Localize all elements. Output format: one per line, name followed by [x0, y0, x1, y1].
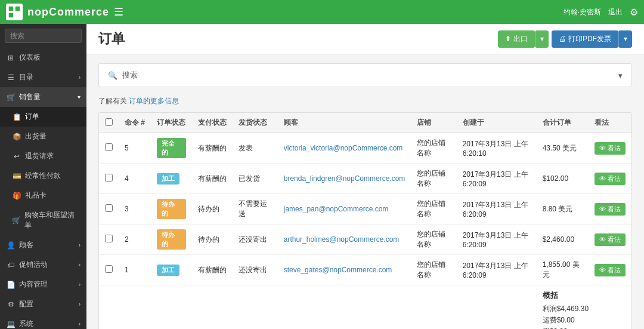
sidebar: ⊞ 仪表板 ☰ 目录 › 🛒 销售量 ▾ 📋 订单 📦 出货量 ↩ 退货请求 💳…: [0, 24, 86, 329]
row-order-num: 1: [119, 255, 151, 285]
header-buttons: ⬆ 出口 ▾ 🖨 打印PDF发票 ▾: [498, 30, 632, 48]
sidebar-search-input[interactable]: [5, 29, 82, 43]
view-button[interactable]: 👁看法: [595, 264, 626, 276]
row-view: 👁看法: [589, 133, 631, 164]
header-customer: 顾客: [278, 113, 411, 133]
sidebar-item-wishlist[interactable]: 🛒 购物车和愿望清单: [0, 205, 86, 235]
chevron-right-icon: ›: [79, 74, 80, 81]
header-shipping-status: 发货状态: [233, 113, 278, 133]
summary-empty: [99, 285, 537, 330]
row-payment-status: 待办的: [192, 194, 233, 225]
sidebar-item-label: 内容管理: [19, 279, 48, 290]
header-total: 合计订单: [537, 113, 589, 133]
info-link[interactable]: 订单的更多信息: [129, 97, 179, 105]
row-total: 8.80 美元: [537, 194, 589, 225]
row-shipping-status: 已发货: [233, 164, 278, 194]
customer-email-link[interactable]: james_pan@nopCommerce.com: [284, 205, 389, 213]
sidebar-item-catalog[interactable]: ☰ 目录 ›: [0, 67, 86, 87]
logout-link[interactable]: 退出: [608, 7, 623, 17]
wishlist-icon: 🛒: [12, 216, 21, 225]
sidebar-item-customers[interactable]: 👤 顾客 ›: [0, 235, 86, 255]
view-button[interactable]: 👁看法: [595, 173, 626, 185]
promotions-icon: 🏷: [6, 261, 16, 269]
chevron-down-icon: ▾: [78, 94, 80, 100]
row-checkbox[interactable]: [105, 204, 113, 212]
sidebar-item-orders[interactable]: 📋 订单: [0, 107, 86, 127]
summary-profit: 利润$4,469.30: [543, 303, 626, 315]
sidebar-item-content[interactable]: 📄 内容管理 ›: [0, 275, 86, 294]
order-status-badge: 加工: [157, 173, 179, 185]
view-button[interactable]: 👁看法: [595, 203, 626, 216]
row-order-num: 5: [119, 133, 151, 164]
row-checkbox[interactable]: [105, 265, 113, 273]
sidebar-item-config[interactable]: ⚙ 配置 ›: [0, 294, 86, 314]
config-icon: ⚙: [6, 300, 16, 309]
sidebar-item-label: 退货请求: [25, 151, 54, 161]
view-button[interactable]: 👁看法: [595, 142, 626, 155]
table-row: 4 加工 有薪酬的 已发货 brenda_lindgren@nopCommerc…: [99, 164, 631, 194]
row-store: 您的店铺名称: [411, 255, 456, 285]
summary-tax: 税$0.00: [543, 326, 626, 329]
row-customer: brenda_lindgren@nopCommerce.com: [278, 164, 411, 194]
content-area: 订单 ⬆ 出口 ▾ 🖨 打印PDF发票 ▾: [86, 24, 644, 329]
export-button[interactable]: ⬆ 出口: [498, 30, 535, 48]
search-panel-toggle[interactable]: 🔍 搜索 ▾: [99, 64, 631, 87]
sidebar-item-promotions[interactable]: 🏷 促销活动 ›: [0, 255, 86, 275]
sidebar-item-sales[interactable]: 🛒 销售量 ▾: [0, 87, 86, 107]
sidebar-item-label: 促销活动: [19, 260, 48, 270]
row-payment-status: 有薪酬的: [192, 255, 233, 285]
row-view: 👁看法: [589, 225, 631, 255]
recurring-icon: 💳: [12, 172, 21, 180]
sidebar-item-giftcards[interactable]: 🎁 礼品卡: [0, 186, 86, 205]
table-header-row: 命令 # 订单状态 支付状态 发货状态 顾客 店铺 创建于 合计订单 看法: [99, 113, 631, 133]
sidebar-item-recurring[interactable]: 💳 经常性付款: [0, 166, 86, 186]
order-status-badge: 待办的: [157, 199, 186, 219]
sidebar-item-label: 出货量: [25, 131, 47, 142]
header-created: 创建于: [457, 113, 537, 133]
row-order-status: 完全的: [151, 133, 192, 164]
sidebar-item-label: 顾客: [19, 240, 33, 250]
sidebar-item-system[interactable]: 💻 系统 ›: [0, 314, 86, 329]
eye-icon: 👁: [599, 236, 606, 243]
header-payment-status: 支付状态: [192, 113, 233, 133]
customer-email-link[interactable]: brenda_lindgren@nopCommerce.com: [284, 174, 405, 183]
print-pdf-button[interactable]: 🖨 打印PDF发票: [552, 30, 618, 48]
row-checkbox[interactable]: [105, 174, 113, 182]
sidebar-item-label: 销售量: [19, 92, 41, 102]
table-row: 1 加工 有薪酬的 还没寄出 steve_gates@nopCommerce.c…: [99, 255, 631, 285]
row-shipping-status: 不需要运送: [233, 194, 278, 225]
summary-row: 概括 利润$4,469.30 运费$0.00 税$0.00 总计$4,469.3…: [99, 285, 631, 330]
customer-email-link[interactable]: arthur_holmes@nopCommerce.com: [284, 235, 400, 244]
eye-icon: 👁: [599, 144, 606, 152]
customer-email-link[interactable]: steve_gates@nopCommerce.com: [284, 266, 392, 274]
select-all-checkbox[interactable]: [105, 118, 113, 126]
row-created: 2017年3月13日 上午6:20:09: [457, 225, 537, 255]
row-order-num: 3: [119, 194, 151, 225]
content-icon: 📄: [6, 281, 16, 289]
sidebar-item-return-requests[interactable]: ↩ 退货请求: [0, 146, 86, 166]
orders-table: 命令 # 订单状态 支付状态 发货状态 顾客 店铺 创建于 合计订单 看法: [99, 113, 631, 329]
print-dropdown-button[interactable]: ▾: [618, 30, 632, 48]
sidebar-item-dashboard[interactable]: ⊞ 仪表板: [0, 48, 86, 67]
svg-rect-3: [15, 13, 20, 18]
customer-email-link[interactable]: victoria_victoria@nopCommerce.com: [284, 144, 403, 152]
table-row: 3 待办的 待办的 不需要运送 james_pan@nopCommerce.co…: [99, 194, 631, 225]
header-store: 店铺: [411, 113, 456, 133]
summary-box: 概括 利润$4,469.30 运费$0.00 税$0.00 总计$4,469.3…: [543, 290, 626, 329]
sidebar-item-shipments[interactable]: 📦 出货量: [0, 127, 86, 146]
row-checkbox[interactable]: [105, 143, 113, 151]
topbar-right: 约翰·史密斯 退出 ⚙: [564, 7, 638, 18]
summary-shipping: 运费$0.00: [543, 315, 626, 326]
gear-icon[interactable]: ⚙: [630, 7, 638, 18]
print-button-group: 🖨 打印PDF发票 ▾: [552, 30, 632, 48]
view-button[interactable]: 👁看法: [595, 233, 626, 246]
sidebar-item-label: 目录: [19, 72, 33, 82]
eye-icon: 👁: [599, 266, 606, 273]
row-payment-status: 待办的: [192, 225, 233, 255]
system-icon: 💻: [6, 320, 16, 328]
topbar-left: nopCommerce ☰: [6, 4, 123, 20]
export-dropdown-button[interactable]: ▾: [535, 30, 549, 48]
hamburger-icon[interactable]: ☰: [114, 5, 123, 19]
row-checkbox[interactable]: [105, 235, 113, 242]
user-link[interactable]: 约翰·史密斯: [564, 7, 601, 17]
